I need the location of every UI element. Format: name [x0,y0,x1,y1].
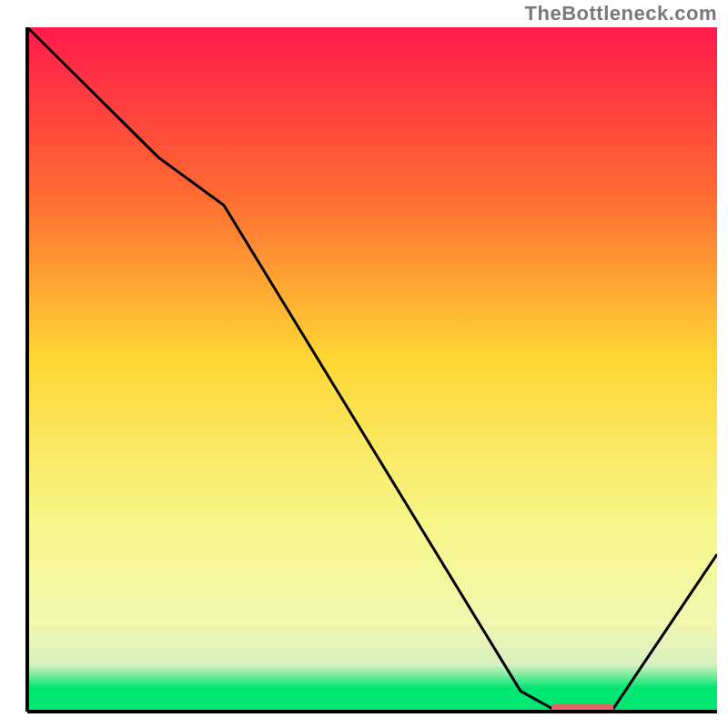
gradient-background [27,27,717,688]
chart-container: TheBottleneck.com [0,0,728,728]
bottleneck-chart [0,0,728,728]
plot-area [27,27,717,713]
